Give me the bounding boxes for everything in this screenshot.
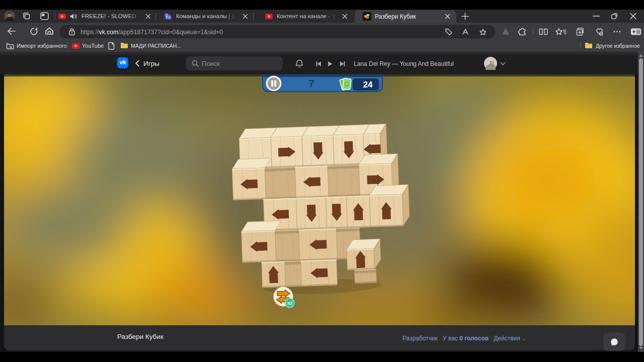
svg-text:24: 24 [363,80,373,89]
svg-text:T: T [166,16,168,19]
svg-text:7: 7 [308,77,314,89]
svg-text:x2: x2 [287,300,293,306]
